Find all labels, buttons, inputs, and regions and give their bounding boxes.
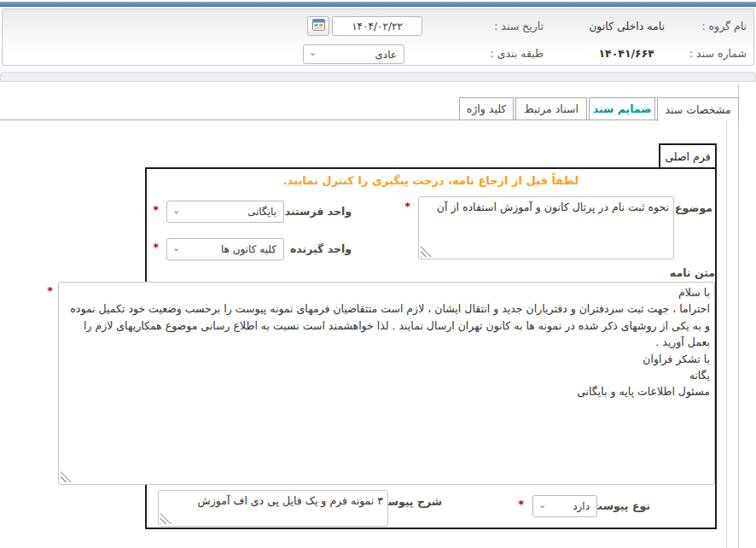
top-accent-bar bbox=[0, 2, 756, 7]
group-name-label: نام گروه : bbox=[701, 20, 747, 32]
receiver-required-marker: * bbox=[153, 241, 159, 254]
letter-body-textarea[interactable] bbox=[58, 282, 715, 485]
tab-keywords[interactable]: کلید واژه bbox=[459, 97, 514, 120]
receiver-unit-label: واحد گیرنده bbox=[290, 242, 352, 255]
tab-related-documents[interactable]: اسناد مرتبط bbox=[515, 97, 587, 120]
sender-unit-label: واحد فرستنده bbox=[278, 205, 352, 218]
tab-document-attachments[interactable]: ضمایم سند bbox=[589, 97, 655, 120]
doc-number-value: ۱۴۰۴۱/۶۶۴ bbox=[598, 47, 654, 60]
letter-body-label: متن نامه bbox=[670, 266, 715, 279]
tab-document-specs-label: مشخصات سند bbox=[665, 103, 730, 116]
section-separator-band bbox=[0, 72, 756, 82]
group-name-value: نامه داخلی کانون bbox=[589, 20, 665, 32]
tab-main-form-label: فرم اصلی bbox=[665, 150, 710, 163]
attachment-type-label: نوع پیوست bbox=[591, 499, 650, 512]
attachment-type-select[interactable]: دارد ⌄ bbox=[532, 495, 597, 517]
doc-number-label: شماره سند : bbox=[689, 47, 747, 60]
subject-label: موضوع bbox=[675, 201, 712, 214]
content-right-rule-inner bbox=[726, 120, 727, 548]
tab-document-specs[interactable]: مشخصات سند bbox=[657, 97, 739, 121]
letter-body-field-wrap bbox=[58, 282, 715, 485]
sender-unit-select[interactable]: بایگانی ⌄ bbox=[166, 201, 284, 223]
calendar-picker-button[interactable] bbox=[307, 16, 329, 36]
attachment-desc-field-wrap bbox=[158, 490, 388, 527]
document-form-page: { "header": { "group_label": "نام گروه :… bbox=[0, 0, 756, 548]
sender-required-marker: * bbox=[153, 203, 159, 216]
sender-unit-value: بایگانی bbox=[247, 206, 276, 218]
tab-keywords-label: کلید واژه bbox=[467, 102, 507, 115]
calendar-icon bbox=[312, 19, 325, 33]
doc-date-input[interactable] bbox=[332, 16, 422, 36]
subject-field-wrap bbox=[418, 196, 674, 259]
receiver-unit-value: کلیه کانون ها bbox=[221, 243, 276, 255]
doc-date-label: تاریخ سند : bbox=[494, 20, 544, 32]
tab-main-form[interactable]: فرم اصلی bbox=[659, 143, 717, 167]
content-right-rule-outer bbox=[738, 84, 739, 548]
attachment-type-required-marker: * bbox=[518, 498, 524, 510]
classification-label: طبقه بندی : bbox=[491, 47, 544, 60]
tracking-tree-warning: لطفاً قبل از ارجاع نامه، درخت پیگیری را … bbox=[145, 174, 717, 187]
subject-textarea[interactable] bbox=[418, 196, 674, 259]
receiver-unit-select[interactable]: کلیه کانون ها ⌄ bbox=[166, 238, 284, 260]
subject-required-marker: * bbox=[404, 200, 410, 213]
document-header-panel: نام گروه : نامه داخلی کانون تاریخ سند : … bbox=[2, 9, 754, 66]
chevron-down-icon: ⌄ bbox=[538, 500, 546, 510]
tab-related-documents-label: اسناد مرتبط bbox=[524, 102, 579, 115]
chevron-down-icon: ⌄ bbox=[309, 48, 317, 57]
chevron-down-icon: ⌄ bbox=[172, 243, 180, 253]
classification-select[interactable]: عادی ⌄ bbox=[303, 44, 404, 64]
classification-value: عادی bbox=[375, 49, 397, 61]
attachment-desc-textarea[interactable] bbox=[158, 490, 388, 527]
attachment-type-value: دارد bbox=[573, 500, 590, 512]
chevron-down-icon: ⌄ bbox=[172, 206, 180, 215]
tab-document-attachments-label: ضمایم سند bbox=[593, 102, 652, 115]
body-required-marker: * bbox=[47, 284, 53, 297]
